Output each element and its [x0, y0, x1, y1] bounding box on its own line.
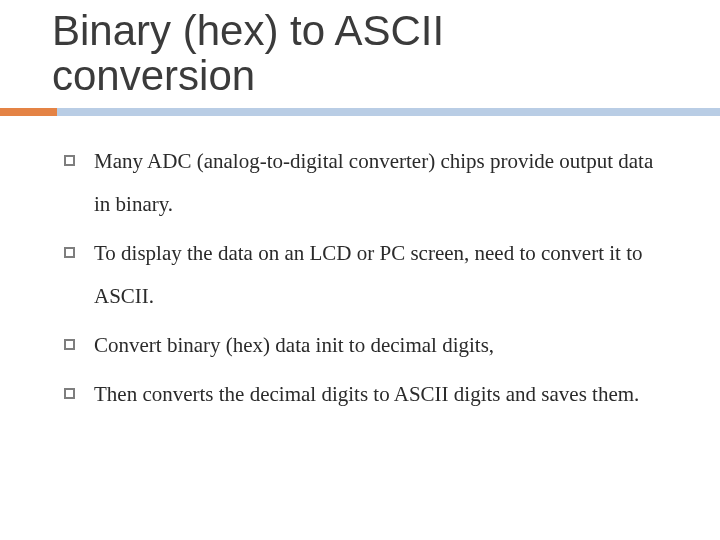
title-accent: [0, 108, 57, 116]
list-item: Then converts the decimal digits to ASCI…: [64, 373, 674, 416]
list-item: To display the data on an LCD or PC scre…: [64, 232, 674, 318]
title-underline: [0, 108, 720, 116]
content-area: Many ADC (analog-to-digital converter) c…: [64, 140, 674, 422]
bullet-text: Then converts the decimal digits to ASCI…: [94, 382, 639, 406]
slide-title: Binary (hex) to ASCII conversion: [52, 8, 652, 99]
list-item: Many ADC (analog-to-digital converter) c…: [64, 140, 674, 226]
bullet-text: To display the data on an LCD or PC scre…: [94, 241, 642, 308]
bullet-list: Many ADC (analog-to-digital converter) c…: [64, 140, 674, 416]
slide: Binary (hex) to ASCII conversion Many AD…: [0, 0, 720, 540]
list-item: Convert binary (hex) data init to decima…: [64, 324, 674, 367]
bullet-text: Convert binary (hex) data init to decima…: [94, 333, 494, 357]
bullet-text: Many ADC (analog-to-digital converter) c…: [94, 149, 653, 216]
